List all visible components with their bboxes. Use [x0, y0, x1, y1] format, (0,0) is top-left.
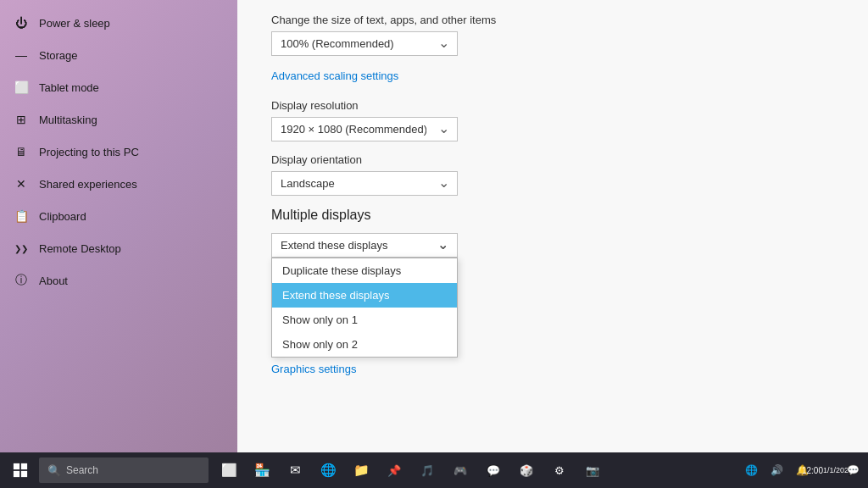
sidebar-item-label-remote: Remote Desktop — [39, 242, 121, 255]
search-icon: 🔍 — [47, 464, 61, 477]
multiple-displays-container: Extend these displays ⌄ Duplicate these … — [271, 233, 458, 258]
search-label: Search — [66, 464, 98, 476]
taskbar-icon-pin5[interactable]: 🎲 — [511, 455, 542, 485]
sidebar-item-power-sleep[interactable]: ⏻ Power & sleep — [0, 7, 237, 39]
scale-group: Change the size of text, apps, and other… — [271, 14, 834, 56]
storage-icon: — — [14, 47, 29, 63]
graphics-settings-link[interactable]: Graphics settings — [271, 363, 356, 375]
svg-rect-3 — [21, 471, 27, 477]
orientation-label: Display orientation — [271, 153, 834, 166]
orientation-group: Display orientation Landscape — [271, 153, 834, 196]
taskbar-icon-pin3[interactable]: 🎮 — [445, 455, 476, 485]
sidebar-item-label-shared: Shared experiences — [39, 178, 137, 191]
sidebar-item-clipboard[interactable]: 📋 Clipboard — [0, 200, 237, 232]
taskbar: 🔍 Search ⬜ 🏪 ✉ 🌐 📁 📌 🎵 🎮 💬 🎲 ⚙ 📷 🌐 🔊 🔔 1… — [0, 452, 868, 488]
sidebar-item-storage[interactable]: — Storage — [0, 39, 237, 71]
resolution-select[interactable]: 1920 × 1080 (Recommended) — [271, 117, 458, 141]
taskbar-volume-icon[interactable]: 🔊 — [765, 455, 788, 485]
scale-dropdown[interactable]: 100% (Recommended) — [271, 31, 458, 56]
option-extend[interactable]: Extend these displays — [272, 283, 457, 308]
option-duplicate[interactable]: Duplicate these displays — [272, 258, 457, 283]
taskbar-icon-store[interactable]: 🏪 — [247, 455, 277, 485]
multitasking-icon: ⊞ — [14, 112, 29, 127]
svg-rect-2 — [14, 471, 19, 477]
shared-icon: ✕ — [14, 176, 29, 191]
option-show2[interactable]: Show only on 2 — [272, 332, 457, 357]
taskbar-icon-pin4[interactable]: 💬 — [478, 455, 509, 485]
sidebar-item-label-multitasking: Multitasking — [39, 114, 97, 126]
content-area: Change the size of text, apps, and other… — [237, 0, 868, 452]
sidebar-item-about[interactable]: ⓘ About — [0, 264, 237, 297]
start-button[interactable] — [3, 453, 37, 487]
sidebar-item-label-about: About — [39, 274, 68, 287]
advanced-scaling-group: Advanced scaling settings — [271, 68, 834, 87]
projecting-icon: 🖥 — [14, 144, 29, 159]
multiple-displays-button[interactable]: Extend these displays ⌄ — [271, 233, 458, 258]
sidebar-item-label-tablet: Tablet mode — [39, 81, 99, 94]
svg-rect-0 — [14, 463, 19, 469]
multiple-displays-group: Multiple displays Extend these displays … — [271, 208, 834, 258]
resolution-dropdown[interactable]: 1920 × 1080 (Recommended) — [271, 117, 458, 141]
taskbar-icon-pin7[interactable]: 📷 — [577, 455, 608, 485]
taskbar-icon-edge[interactable]: 🌐 — [313, 455, 343, 485]
orientation-dropdown[interactable]: Landscape — [271, 171, 458, 196]
sidebar-item-shared-experiences[interactable]: ✕ Shared experiences — [0, 168, 237, 200]
scale-select[interactable]: 100% (Recommended) — [271, 31, 458, 56]
sidebar: ⏻ Power & sleep — Storage ⬜ Tablet mode … — [0, 0, 237, 452]
taskbar-network-icon[interactable]: 🌐 — [739, 455, 763, 485]
resolution-group: Display resolution 1920 × 1080 (Recommen… — [271, 99, 834, 141]
taskbar-icon-folder[interactable]: 📁 — [346, 455, 376, 485]
multiple-displays-current-value: Extend these displays — [281, 239, 387, 252]
windows-logo-icon — [13, 463, 28, 478]
scale-label: Change the size of text, apps, and other… — [271, 14, 834, 26]
taskbar-action-center-icon[interactable]: 💬 — [841, 455, 865, 485]
taskbar-icon-pin2[interactable]: 🎵 — [412, 455, 442, 485]
multiple-displays-title: Multiple displays — [271, 208, 834, 223]
taskbar-icon-action-center[interactable]: ⬜ — [214, 455, 244, 485]
remote-desktop-icon: ❯❯ — [14, 241, 29, 256]
taskbar-search-box[interactable]: 🔍 Search — [39, 458, 209, 483]
taskbar-icon-pin6[interactable]: ⚙ — [544, 455, 575, 485]
taskbar-app-icons: ⬜ 🏪 ✉ 🌐 📁 📌 🎵 🎮 💬 🎲 ⚙ 📷 — [214, 455, 608, 485]
resolution-label: Display resolution — [271, 99, 834, 112]
sidebar-item-remote-desktop[interactable]: ❯❯ Remote Desktop — [0, 232, 237, 264]
taskbar-icon-pin1[interactable]: 📌 — [379, 455, 409, 485]
clipboard-icon: 📋 — [14, 208, 29, 224]
about-icon: ⓘ — [14, 273, 29, 288]
sidebar-item-multitasking[interactable]: ⊞ Multitasking — [0, 103, 237, 136]
sidebar-item-tablet-mode[interactable]: ⬜ Tablet mode — [0, 71, 237, 103]
sidebar-item-projecting[interactable]: 🖥 Projecting to this PC — [0, 136, 237, 168]
tablet-icon: ⬜ — [14, 80, 29, 95]
advanced-scaling-link[interactable]: Advanced scaling settings — [271, 69, 398, 82]
svg-rect-1 — [21, 463, 27, 469]
sidebar-item-label-projecting: Projecting to this PC — [39, 146, 139, 158]
multiple-displays-menu: Duplicate these displays Extend these di… — [271, 258, 458, 358]
sidebar-item-label-clipboard: Clipboard — [39, 210, 86, 223]
power-sleep-icon: ⏻ — [14, 15, 29, 30]
sidebar-item-label-power-sleep: Power & sleep — [39, 17, 110, 30]
dropdown-chevron-icon: ⌄ — [437, 236, 448, 252]
taskbar-icon-mail[interactable]: ✉ — [280, 455, 310, 485]
taskbar-clock[interactable]: 12:00 1/1/2024 — [815, 455, 839, 485]
main-area: ⏻ Power & sleep — Storage ⬜ Tablet mode … — [0, 0, 868, 452]
option-show1[interactable]: Show only on 1 — [272, 308, 457, 332]
orientation-select[interactable]: Landscape — [271, 171, 458, 196]
taskbar-system-tray: 🌐 🔊 🔔 12:00 1/1/2024 💬 — [739, 455, 865, 485]
sidebar-item-label-storage: Storage — [39, 49, 78, 62]
